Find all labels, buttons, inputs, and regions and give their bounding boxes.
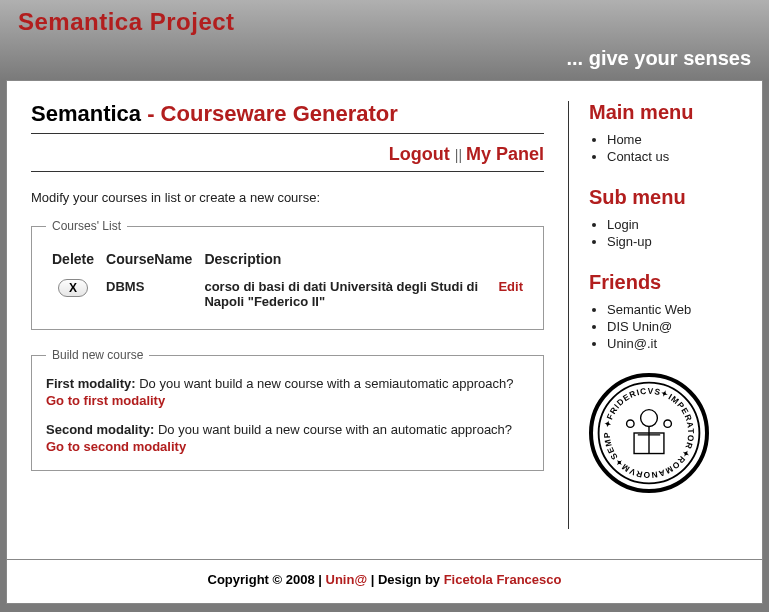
- first-modality-text: Do you want build a new course with a se…: [136, 376, 514, 391]
- courses-list-legend: Courses' List: [46, 219, 127, 233]
- edit-link[interactable]: Edit: [498, 279, 523, 294]
- first-modality-link[interactable]: Go to first modality: [46, 393, 165, 408]
- main-content: Semantica - Courseware Generator Logout …: [31, 101, 544, 529]
- delete-button[interactable]: X: [58, 279, 88, 297]
- divider: [31, 171, 544, 172]
- university-seal-icon: ✦FRIDERICVS✦IMPERATOR✦ROMANORVM✦SEMP✦AVG…: [589, 373, 709, 493]
- sidebar-item-login[interactable]: Login: [607, 217, 639, 232]
- page-title-red: - Courseware Generator: [141, 101, 398, 126]
- footer-link-designer[interactable]: Ficetola Francesco: [444, 572, 562, 587]
- sidebar-item-signup[interactable]: Sign-up: [607, 234, 652, 249]
- sidebar-item-home[interactable]: Home: [607, 132, 642, 147]
- sidebar-item-semanticweb[interactable]: Semantic Web: [607, 302, 691, 317]
- top-actions: Logout || My Panel: [31, 144, 544, 165]
- main-menu-list: Home Contact us: [589, 132, 738, 164]
- mypanel-link[interactable]: My Panel: [466, 144, 544, 164]
- actions-separator: ||: [455, 147, 466, 163]
- first-modality-block: First modality: Do you want build a new …: [46, 376, 529, 408]
- second-modality-block: Second modality: Do you want build a new…: [46, 422, 529, 454]
- page-title-black: Semantica: [31, 101, 141, 126]
- courses-table: Delete CourseName Description X DBMS: [46, 247, 529, 313]
- first-modality-label: First modality:: [46, 376, 136, 391]
- friends-heading: Friends: [589, 271, 738, 294]
- svg-point-6: [627, 420, 634, 427]
- sidebar: Main menu Home Contact us Sub menu Login…: [568, 101, 738, 529]
- logout-link[interactable]: Logout: [389, 144, 450, 164]
- second-modality-link[interactable]: Go to second modality: [46, 439, 186, 454]
- sidebar-item-unina[interactable]: Unin@.it: [607, 336, 657, 351]
- header-banner: Semantica Project ... give your senses: [0, 0, 769, 80]
- second-modality-label: Second modality:: [46, 422, 154, 437]
- footer-copyright: Copyright © 2008 |: [208, 572, 326, 587]
- sidebar-item-contact[interactable]: Contact us: [607, 149, 669, 164]
- second-modality-text: Do you want build a new course with an a…: [154, 422, 512, 437]
- col-edit: [492, 247, 529, 275]
- friends-list: Semantic Web DIS Unin@ Unin@.it: [589, 302, 738, 351]
- tagline: ... give your senses: [566, 47, 751, 70]
- courses-list-box: Courses' List Delete CourseName Descript…: [31, 219, 544, 330]
- col-desc: Description: [198, 247, 492, 275]
- course-desc: corso di basi di dati Università degli S…: [198, 275, 492, 313]
- svg-point-7: [664, 420, 671, 427]
- site-title: Semantica Project: [0, 0, 769, 36]
- build-course-legend: Build new course: [46, 348, 149, 362]
- col-delete: Delete: [46, 247, 100, 275]
- course-name: DBMS: [100, 275, 198, 313]
- build-course-box: Build new course First modality: Do you …: [31, 348, 544, 471]
- footer: Copyright © 2008 | Unin@ | Design by Fic…: [6, 560, 763, 604]
- divider: [31, 133, 544, 134]
- col-name: CourseName: [100, 247, 198, 275]
- svg-point-3: [641, 410, 658, 427]
- sub-menu-heading: Sub menu: [589, 186, 738, 209]
- table-row: X DBMS corso di basi di dati Università …: [46, 275, 529, 313]
- footer-sep: | Design by: [367, 572, 444, 587]
- sidebar-item-disunina[interactable]: DIS Unin@: [607, 319, 672, 334]
- footer-link-unina[interactable]: Unin@: [326, 572, 368, 587]
- main-menu-heading: Main menu: [589, 101, 738, 124]
- sub-menu-list: Login Sign-up: [589, 217, 738, 249]
- page-title: Semantica - Courseware Generator: [31, 101, 544, 127]
- instruction-text: Modify your courses in list or create a …: [31, 190, 544, 205]
